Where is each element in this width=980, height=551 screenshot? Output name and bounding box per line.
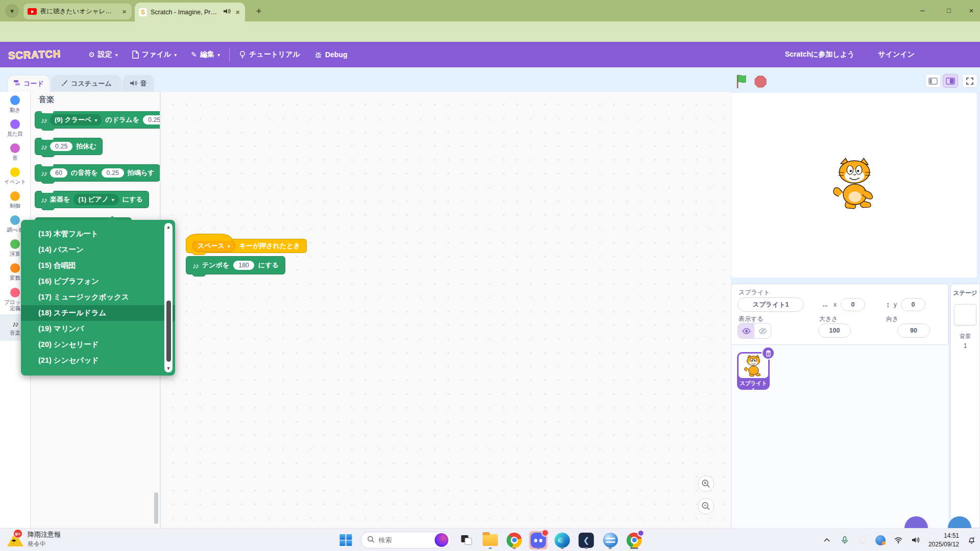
category-looks[interactable]: 見た目 bbox=[0, 116, 30, 140]
hide-sprite-button[interactable] bbox=[754, 323, 771, 338]
instrument-option[interactable]: (16) ビブラフォン bbox=[21, 273, 175, 289]
stage-sprite-cat[interactable] bbox=[831, 157, 878, 212]
windows-taskbar: 9+ ☂ 降雨注意報 発令中 ❮ bbox=[0, 528, 980, 551]
sprite-name-input[interactable] bbox=[738, 297, 804, 312]
caret-down-icon: ▾ bbox=[217, 52, 220, 58]
microphone-icon[interactable] bbox=[839, 536, 850, 544]
scroll-down-icon[interactable]: ▼ bbox=[164, 366, 173, 371]
notification-bell-icon[interactable]: z bbox=[966, 536, 977, 544]
category-sound[interactable]: 音 bbox=[0, 140, 30, 164]
instrument-option[interactable]: (21) シンセパッド bbox=[21, 353, 175, 368]
dropdown-scrollbar[interactable]: ▲ ▼ bbox=[164, 223, 173, 372]
discord-button[interactable] bbox=[529, 531, 548, 549]
small-stage-button[interactable] bbox=[925, 74, 941, 88]
wifi-icon[interactable] bbox=[893, 537, 904, 543]
instrument-option[interactable]: (17) ミュージックボックス bbox=[21, 289, 175, 305]
tab-code[interactable]: コード bbox=[7, 75, 50, 92]
green-flag-button[interactable] bbox=[736, 74, 749, 91]
drum-dropdown[interactable]: (9) クラーベ▾ bbox=[50, 114, 102, 126]
start-button[interactable] bbox=[337, 531, 355, 549]
sign-in-link[interactable]: サインイン bbox=[878, 50, 915, 59]
note-field[interactable]: 60 bbox=[50, 168, 67, 178]
tab-audio-icon[interactable] bbox=[224, 8, 231, 16]
block-play-drum[interactable]: ♪♪ (9) クラーベ▾ のドラムを 0.25 拍鳴らす bbox=[35, 111, 160, 129]
y-position-input[interactable] bbox=[901, 298, 925, 311]
blue-sphere-app-button[interactable] bbox=[601, 531, 620, 549]
search-input[interactable] bbox=[379, 536, 431, 544]
large-stage-button[interactable] bbox=[943, 74, 958, 88]
edge-button[interactable] bbox=[553, 531, 572, 549]
menu-file[interactable]: ファイル ▾ bbox=[125, 42, 184, 67]
close-tab-icon[interactable]: × bbox=[121, 7, 128, 16]
browser-tab-youtube[interactable]: 夜に聴きたいオシャレギター - YouTu × bbox=[23, 4, 132, 19]
menu-settings[interactable]: ⚙ 設定 ▾ bbox=[81, 42, 125, 67]
instrument-option[interactable]: (14) バスーン bbox=[21, 242, 175, 258]
beats-field[interactable]: 0.25 bbox=[102, 168, 124, 178]
block-play-note[interactable]: ♪♪ 60 の音符を 0.25 拍鳴らす bbox=[35, 164, 160, 182]
join-scratch-link[interactable]: Scratchに参加しよう bbox=[785, 50, 855, 59]
window-minimize-button[interactable]: ─ bbox=[914, 3, 931, 17]
browser-tab-scratch[interactable]: S Scratch - Imagine, Program, × bbox=[135, 3, 245, 21]
menu-tutorials[interactable]: チュートリアル bbox=[232, 42, 307, 67]
size-input[interactable] bbox=[818, 323, 851, 338]
menu-debug[interactable]: Debug bbox=[307, 42, 355, 67]
category-motion[interactable]: 動き bbox=[0, 92, 30, 116]
close-tab-icon[interactable]: × bbox=[234, 8, 241, 16]
block-set-instrument[interactable]: ♪♪ 楽器を (1) ピアノ▾ にする bbox=[35, 191, 149, 208]
x-app-tray-icon[interactable]: X bbox=[857, 536, 868, 545]
direction-input[interactable] bbox=[897, 323, 930, 338]
block-text: テンポを bbox=[202, 261, 229, 270]
fullscreen-button[interactable] bbox=[962, 74, 977, 88]
chrome-profile-button[interactable] bbox=[625, 531, 644, 549]
stop-button[interactable] bbox=[754, 76, 767, 90]
instrument-option[interactable]: (15) 合唱団 bbox=[21, 258, 175, 273]
stage-selector-panel[interactable]: ステージ 背景 1 bbox=[950, 284, 980, 528]
edge-tray-icon[interactable] bbox=[875, 535, 886, 545]
zoom-in-button[interactable] bbox=[698, 475, 714, 492]
scrollbar-thumb[interactable] bbox=[166, 300, 171, 362]
key-dropdown[interactable]: スペース▾ bbox=[192, 240, 235, 252]
beats-field[interactable]: 0.25 bbox=[143, 115, 160, 124]
instrument-option[interactable]: (19) マリンバ bbox=[21, 321, 175, 337]
taskbar-search-box[interactable] bbox=[361, 532, 452, 548]
dark-app-button[interactable]: ❮ bbox=[577, 531, 596, 549]
instrument-option[interactable]: (13) 木管フルート bbox=[21, 226, 175, 242]
zoom-out-button[interactable] bbox=[698, 498, 714, 514]
block-set-tempo[interactable]: ♪♪ テンポを 180 にする bbox=[186, 256, 285, 274]
taskbar-weather-widget[interactable]: 9+ ☂ 降雨注意報 発令中 bbox=[7, 530, 61, 548]
delete-sprite-button[interactable] bbox=[762, 346, 775, 360]
direction-label: 向き bbox=[886, 315, 898, 323]
file-explorer-button[interactable] bbox=[481, 531, 500, 549]
scratch-logo[interactable]: SCRATCH bbox=[8, 48, 61, 62]
window-close-button[interactable]: × bbox=[963, 3, 980, 17]
instrument-option[interactable]: (20) シンセリード bbox=[21, 337, 175, 353]
tray-chevron-up-icon[interactable] bbox=[821, 538, 832, 542]
block-rest-beats[interactable]: ♪♪ 0.25 拍休む bbox=[35, 138, 103, 155]
taskbar-clock[interactable]: 14:51 2025/09/12 bbox=[928, 532, 959, 548]
weather-text: 降雨注意報 発令中 bbox=[28, 530, 61, 548]
category-control[interactable]: 制御 bbox=[0, 188, 30, 212]
new-tab-button[interactable]: + bbox=[252, 5, 265, 18]
chrome-button[interactable] bbox=[505, 531, 524, 549]
beats-field[interactable]: 0.25 bbox=[50, 142, 72, 151]
script-canvas[interactable]: スペース▾ キーが押されたとき ♪♪ テンポを 180 にする bbox=[161, 92, 731, 528]
block-when-key-pressed[interactable]: スペース▾ キーが押されたとき bbox=[186, 239, 307, 253]
backdrop-thumbnail[interactable] bbox=[954, 304, 976, 325]
task-view-button[interactable] bbox=[457, 531, 476, 549]
menu-edit[interactable]: ✎ 編集 ▾ bbox=[184, 42, 227, 67]
volume-icon[interactable] bbox=[911, 537, 922, 543]
show-sprite-button[interactable] bbox=[738, 323, 754, 338]
tempo-field[interactable]: 180 bbox=[233, 261, 254, 270]
instrument-dropdown-field[interactable]: (1) ピアノ▾ bbox=[74, 194, 118, 205]
search-highlight-image[interactable] bbox=[435, 533, 449, 547]
category-events[interactable]: イベント bbox=[0, 164, 30, 188]
dropdown-value: (1) ピアノ bbox=[78, 195, 108, 204]
tab-search-button[interactable]: ▾ bbox=[5, 4, 19, 18]
window-maximize-button[interactable]: □ bbox=[940, 3, 958, 17]
tab-sounds[interactable]: 音 bbox=[122, 75, 154, 92]
x-position-input[interactable] bbox=[841, 298, 865, 311]
tab-costumes[interactable]: コスチューム bbox=[51, 75, 121, 92]
scroll-up-icon[interactable]: ▲ bbox=[164, 224, 173, 230]
instrument-option-selected[interactable]: (18) スチールドラム bbox=[21, 305, 175, 321]
palette-scrollbar[interactable] bbox=[154, 492, 158, 524]
